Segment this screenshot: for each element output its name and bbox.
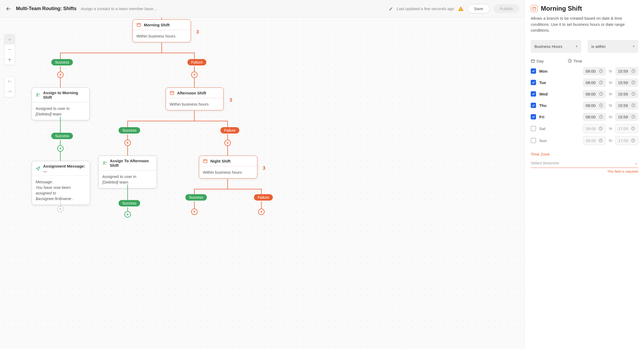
node-assignment-message[interactable]: Assignment Message: … Message: You have … [32, 161, 90, 205]
svg-rect-5 [203, 160, 207, 163]
condition-operator-select[interactable]: is within ▾ [588, 40, 638, 53]
add-node-button[interactable]: + [57, 72, 64, 78]
time-to-input[interactable]: 15:59 [615, 90, 638, 98]
time-from-input[interactable]: 08:00 [583, 90, 606, 98]
day-checkbox[interactable] [531, 126, 536, 131]
day-row: Sat09:00to17:00 [531, 124, 638, 133]
day-checkbox[interactable] [531, 68, 536, 74]
timezone-error: This field is required [531, 169, 638, 173]
user-icon [102, 161, 107, 165]
connector-line [194, 189, 262, 189]
timezone-select[interactable]: Select timezone ⌄ [531, 159, 638, 168]
clock-icon [631, 115, 635, 119]
page-title: Multi-Team Routing: Shifts [16, 6, 77, 11]
day-name: Thu [539, 103, 550, 108]
day-checkbox[interactable] [531, 114, 536, 119]
condition-type-select[interactable]: Business Hours ▾ [531, 40, 581, 53]
connector-line [60, 53, 195, 53]
node-afternoon-shift[interactable]: Afternoon Shift Within business hours [166, 88, 224, 110]
connector-line [60, 196, 61, 206]
publish-button[interactable]: Publish [494, 4, 519, 13]
add-node-button[interactable]: + [258, 209, 265, 215]
connector-line [194, 201, 195, 209]
time-to-input[interactable]: 15:59 [615, 101, 638, 110]
node-night-shift[interactable]: Night Shift Within business hours [199, 156, 257, 178]
save-button[interactable]: Save [467, 4, 490, 13]
pencil-icon[interactable] [389, 7, 393, 11]
day-row: Tue08:00to15:59 [531, 78, 638, 87]
day-checkbox[interactable] [531, 80, 536, 85]
recenter-button[interactable] [5, 55, 15, 65]
pill-success: Success [51, 133, 73, 139]
time-from-input[interactable]: 09:00 [583, 136, 606, 145]
time-to-input[interactable]: 15:59 [615, 113, 638, 121]
node-body: Assigned to user in [Deleted] team [32, 102, 89, 120]
connector-line [60, 78, 61, 88]
time-to-input[interactable]: 15:59 [615, 67, 638, 75]
connector-line [161, 18, 162, 19]
add-node-button[interactable]: + [124, 140, 131, 146]
day-name: Fri [539, 115, 550, 119]
add-node-button[interactable]: + [57, 145, 64, 152]
add-node-button[interactable]: + [57, 206, 64, 212]
clock-icon [599, 138, 603, 143]
node-morning-shift[interactable]: Morning Shift Within business hours [132, 19, 191, 42]
to-label: to [609, 69, 612, 73]
time-from-input[interactable]: 08:00 [583, 101, 606, 110]
node-assign-afternoon[interactable]: Assign To Afternoon Shift Assigned to us… [98, 156, 157, 188]
node-title: Assign to Morning Shift [43, 90, 86, 99]
clock-icon [631, 92, 635, 96]
pill-success: Success [119, 200, 140, 206]
connector-line [261, 201, 262, 209]
day-name: Sat [539, 126, 550, 131]
node-body: Within business hours [199, 166, 257, 178]
calendar-icon [170, 90, 174, 95]
to-label: to [609, 103, 612, 107]
badge-count: 3 [196, 29, 199, 35]
day-time-header: Day Time [531, 59, 638, 63]
add-node-button[interactable]: + [191, 209, 198, 215]
zoom-out-button[interactable]: − [5, 44, 15, 55]
add-node-button[interactable]: + [124, 211, 131, 218]
time-to-input[interactable]: 17:00 [615, 124, 638, 133]
time-from-input[interactable]: 08:00 [583, 113, 606, 121]
connector-line [60, 152, 61, 161]
time-to-input[interactable]: 15:59 [615, 78, 638, 87]
svg-point-0 [9, 59, 10, 60]
warning-icon[interactable] [458, 6, 464, 12]
canvas[interactable]: ＋ − Morning Shift Within busine [0, 18, 525, 349]
connector-line [227, 146, 228, 156]
svg-rect-7 [531, 60, 534, 63]
connector-line [194, 111, 195, 121]
connector-line [161, 43, 162, 53]
pill-success: Success [51, 59, 73, 65]
send-icon [36, 166, 40, 171]
clock-icon [599, 103, 603, 107]
time-from-input[interactable]: 09:00 [583, 124, 606, 133]
svg-rect-1 [137, 23, 141, 27]
calendar-icon [531, 59, 535, 63]
day-checkbox[interactable] [531, 138, 536, 143]
add-node-button[interactable]: + [191, 72, 198, 78]
day-row: Sun09:00to17:00 [531, 136, 638, 145]
time-from-input[interactable]: 08:00 [583, 67, 606, 75]
connector-line [227, 179, 228, 189]
svg-point-4 [103, 161, 105, 163]
pill-success: Success [185, 194, 207, 201]
back-arrow-icon[interactable] [5, 6, 12, 12]
node-body: Message: You have now been assigned to $… [32, 176, 90, 205]
panel-description: Allows a branch to be created based on d… [531, 15, 638, 34]
redo-button[interactable] [5, 87, 15, 97]
add-node-button[interactable]: + [224, 140, 231, 146]
pill-success: Success [119, 127, 140, 134]
node-title: Afternoon Shift [177, 91, 206, 95]
time-from-input[interactable]: 08:00 [583, 78, 606, 87]
undo-button[interactable] [5, 77, 15, 87]
to-label: to [609, 126, 612, 131]
connector-line [227, 134, 228, 140]
node-assign-morning[interactable]: Assign to Morning Shift Assigned to user… [32, 88, 90, 120]
day-checkbox[interactable] [531, 91, 536, 97]
day-checkbox[interactable] [531, 103, 536, 108]
time-to-input[interactable]: 17:00 [615, 136, 638, 145]
zoom-in-button[interactable]: ＋ [5, 34, 15, 44]
